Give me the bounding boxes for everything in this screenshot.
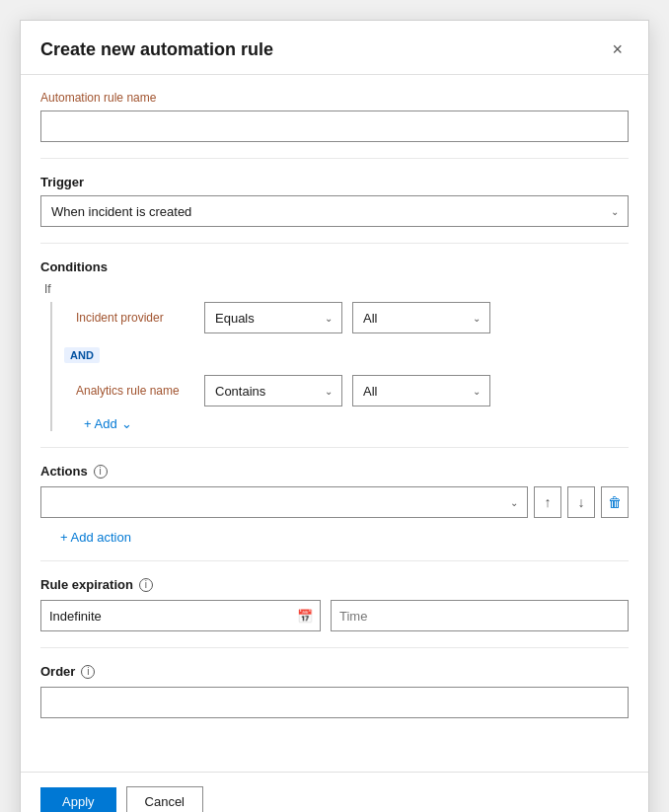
cancel-button[interactable]: Cancel [126, 786, 203, 812]
condition-row-1: Incident provider Equals Not equals Cont… [76, 302, 629, 333]
order-section: Order i 3 [40, 648, 629, 734]
close-button[interactable]: × [606, 38, 629, 60]
move-up-icon: ↑ [545, 494, 552, 510]
actions-row: ⌄ ↑ ↓ 🗑 [40, 486, 629, 518]
actions-move-down-button[interactable]: ↓ [567, 486, 595, 518]
actions-move-up-button[interactable]: ↑ [534, 486, 561, 518]
order-label: Order [40, 664, 75, 679]
add-action-area: + Add action [40, 530, 629, 545]
automation-rule-name-section: Automation rule name [40, 75, 629, 159]
operator-select-wrapper-1: Equals Not equals Contains ⌄ [204, 302, 342, 333]
add-condition-chevron-icon: ⌄ [121, 416, 132, 431]
add-condition-button[interactable]: + Add ⌄ [84, 416, 132, 431]
order-info-icon: i [81, 665, 95, 679]
dialog-title: Create new automation rule [40, 39, 273, 60]
value-select-1[interactable]: All Microsoft Custom [352, 302, 490, 333]
actions-header: Actions i [40, 464, 629, 479]
expiration-date-wrapper: 📅 [40, 600, 321, 631]
conditions-label: Conditions [40, 259, 629, 274]
add-action-button[interactable]: + Add action [60, 530, 131, 545]
actions-section: Actions i ⌄ ↑ ↓ 🗑 [40, 448, 629, 561]
dialog-header: Create new automation rule × [21, 21, 648, 75]
order-input[interactable]: 3 [40, 687, 629, 718]
operator-select-1[interactable]: Equals Not equals Contains [204, 302, 342, 333]
trigger-select-wrapper: When incident is created When incident i… [40, 195, 629, 227]
actions-info-icon: i [94, 465, 108, 479]
dialog-body: Automation rule name Trigger When incide… [21, 75, 648, 772]
expiration-row: 📅 [40, 600, 629, 631]
condition-row-2: Analytics rule name Contains Equals Not … [76, 375, 629, 406]
order-header: Order i [40, 664, 629, 679]
actions-select-wrapper: ⌄ [40, 486, 528, 518]
actions-delete-button[interactable]: 🗑 [601, 486, 629, 518]
trigger-section: Trigger When incident is created When in… [40, 159, 629, 244]
dialog-footer: Apply Cancel [21, 772, 648, 812]
automation-rule-name-input[interactable] [40, 111, 629, 142]
and-badge: AND [64, 347, 100, 363]
if-label: If [44, 282, 629, 296]
condition-field-label-1: Incident provider [76, 311, 194, 325]
actions-select[interactable] [40, 486, 528, 518]
value-select-wrapper-1: All Microsoft Custom ⌄ [352, 302, 490, 333]
rule-expiration-header: Rule expiration i [40, 577, 629, 592]
operator-select-2[interactable]: Contains Equals Not equals [204, 375, 342, 406]
value-select-2[interactable]: All Rule 1 Rule 2 [352, 375, 490, 406]
automation-rule-name-label: Automation rule name [40, 91, 629, 105]
condition-field-label-2: Analytics rule name [76, 384, 194, 398]
add-action-label: + Add action [60, 530, 131, 545]
trigger-label: Trigger [40, 175, 629, 189]
expiration-date-input[interactable] [40, 600, 321, 631]
rule-expiration-section: Rule expiration i 📅 [40, 561, 629, 648]
apply-button[interactable]: Apply [40, 787, 116, 812]
rule-expiration-info-icon: i [139, 578, 153, 592]
operator-select-wrapper-2: Contains Equals Not equals ⌄ [204, 375, 342, 406]
conditions-block: Incident provider Equals Not equals Cont… [50, 302, 629, 431]
delete-icon: 🗑 [608, 494, 622, 510]
move-down-icon: ↓ [578, 494, 585, 510]
create-automation-rule-dialog: Create new automation rule × Automation … [20, 20, 649, 812]
add-condition-area: + Add ⌄ [64, 416, 629, 431]
rule-expiration-label: Rule expiration [40, 577, 133, 592]
expiration-time-input[interactable] [331, 600, 629, 631]
value-select-wrapper-2: All Rule 1 Rule 2 ⌄ [352, 375, 490, 406]
add-condition-label: + Add [84, 416, 117, 431]
actions-label: Actions [40, 464, 88, 479]
conditions-section: Conditions If Incident provider Equals N… [40, 244, 629, 448]
trigger-select[interactable]: When incident is created When incident i… [40, 195, 629, 227]
